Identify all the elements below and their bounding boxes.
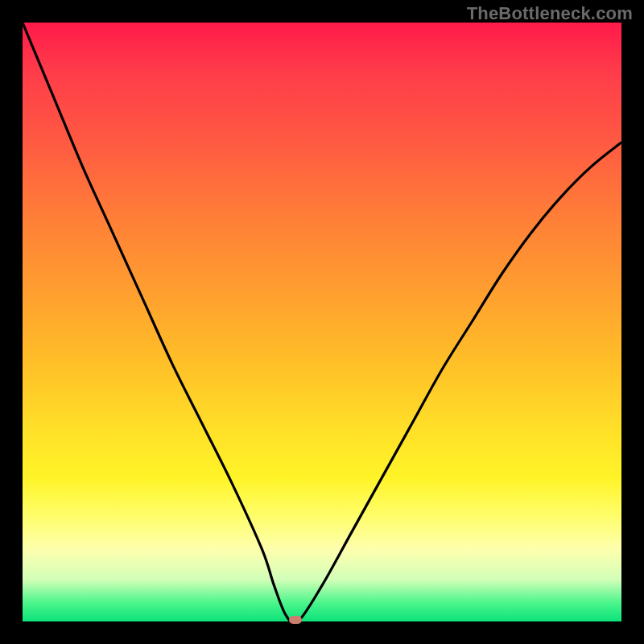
chart-frame: TheBottleneck.com	[0, 0, 644, 644]
bottleneck-curve-path	[23, 23, 621, 621]
plot-area	[23, 23, 621, 621]
watermark-text: TheBottleneck.com	[467, 3, 633, 24]
curve-svg	[23, 23, 621, 621]
optimum-marker	[289, 616, 302, 624]
